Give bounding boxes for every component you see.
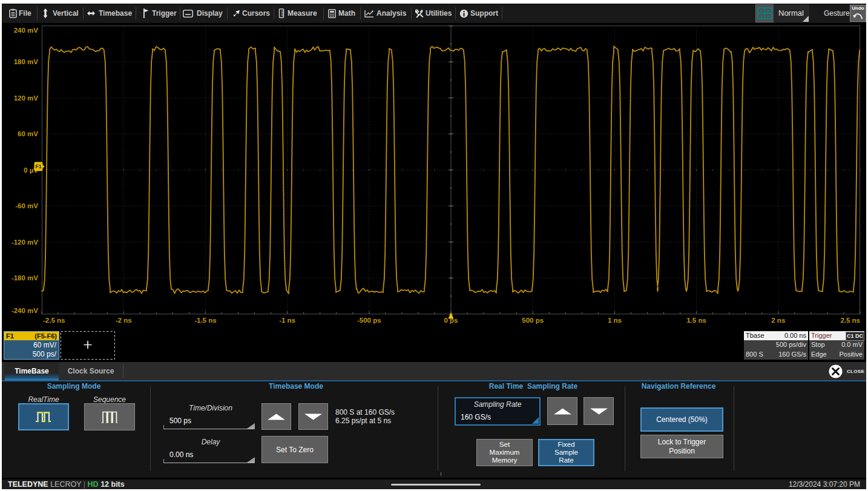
svg-text:120 mV: 120 mV <box>14 94 39 102</box>
svg-text:-120 mV: -120 mV <box>12 239 38 246</box>
svg-text:-2.5 ns: -2.5 ns <box>43 317 65 324</box>
svg-text:180 mV: 180 mV <box>14 58 39 65</box>
svg-text:-240 mV: -240 mV <box>12 307 38 314</box>
svg-text:500 ps: 500 ps <box>522 317 544 324</box>
svg-text:240 mV: 240 mV <box>14 27 39 34</box>
svg-text:-1.5 ns: -1.5 ns <box>194 317 216 324</box>
svg-text:2 ns: 2 ns <box>771 317 785 324</box>
svg-text:-2 ns: -2 ns <box>116 317 132 324</box>
svg-text:-1 ns: -1 ns <box>279 317 295 324</box>
svg-text:-60 mV: -60 mV <box>15 202 38 209</box>
svg-text:1 ns: 1 ns <box>608 317 622 324</box>
svg-text:F1: F1 <box>36 163 42 170</box>
svg-text:-180 mV: -180 mV <box>12 274 38 282</box>
svg-text:1.5 ns: 1.5 ns <box>686 317 706 324</box>
svg-text:60 mV: 60 mV <box>18 130 38 137</box>
svg-text:2.5 ns: 2.5 ns <box>840 317 860 324</box>
svg-text:-500 ps: -500 ps <box>357 317 381 324</box>
